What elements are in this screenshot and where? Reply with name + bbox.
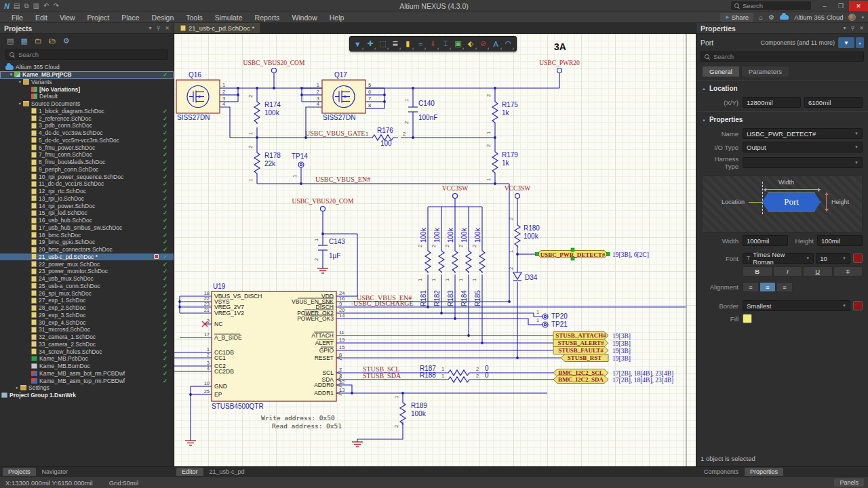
- wire[interactable]: [336, 313, 542, 317]
- panel-pin-icon[interactable]: ⚲: [850, 25, 854, 31]
- filter-scope-button[interactable]: ▼: [838, 37, 854, 48]
- pin-number[interactable]: 1: [313, 239, 319, 241]
- menu-project[interactable]: Project: [81, 14, 116, 22]
- resistor-r182[interactable]: [439, 249, 444, 273]
- value[interactable]: 1µF: [329, 252, 340, 260]
- y-field[interactable]: [804, 97, 863, 108]
- text-note[interactable]: Read address: 0x51: [272, 422, 342, 430]
- expand-icon[interactable]: ▾: [17, 101, 23, 106]
- designator[interactable]: R176: [377, 127, 393, 134]
- pin-number[interactable]: 2: [403, 131, 406, 137]
- pin-number[interactable]: 7: [339, 367, 342, 373]
- designator[interactable]: R184: [460, 290, 468, 306]
- wire[interactable]: [336, 319, 542, 325]
- place-part-icon[interactable]: ▮: [402, 38, 414, 50]
- value[interactable]: 100k: [460, 227, 468, 243]
- io-type-dropdown[interactable]: Output▼: [743, 142, 863, 152]
- designator[interactable]: R175: [502, 101, 518, 108]
- pin-number[interactable]: 1: [292, 175, 298, 178]
- designator[interactable]: R188: [420, 371, 436, 379]
- menu-edit[interactable]: Edit: [29, 14, 54, 22]
- pin-number[interactable]: 1: [403, 99, 410, 102]
- panel-dropdown-icon[interactable]: ▾: [843, 25, 846, 31]
- port-sheet-ref[interactable]: 19[3B]: [612, 355, 631, 362]
- port-name[interactable]: BMC_I2C2_SDA: [558, 376, 604, 383]
- testpoint-tp21[interactable]: [542, 322, 548, 327]
- tab-parameters[interactable]: Parameters: [741, 66, 789, 77]
- pin-number[interactable]: 2: [317, 89, 319, 95]
- menu-file[interactable]: File: [5, 14, 29, 22]
- designator[interactable]: R181: [420, 290, 427, 306]
- resistor-r178[interactable]: [254, 151, 260, 175]
- port-name[interactable]: STUSB_FAULT#: [558, 347, 604, 354]
- value[interactable]: 100k: [411, 410, 427, 418]
- place-power-port-icon[interactable]: ⇓: [427, 38, 439, 50]
- pin-name[interactable]: GND: [214, 383, 227, 390]
- tree-item[interactable]: ▾Kame_MB.PrjPCB✓: [0, 71, 174, 79]
- pin-number[interactable]: 1: [366, 131, 368, 137]
- fill-color-swatch[interactable]: [743, 314, 752, 323]
- tree-item[interactable]: 26_spi_mux.SchDoc✓: [0, 289, 174, 297]
- pin-number[interactable]: 2: [207, 352, 210, 358]
- resistor-r183[interactable]: [452, 249, 458, 273]
- pin-number[interactable]: 1: [471, 279, 477, 281]
- pin-number[interactable]: 1: [441, 373, 444, 379]
- value[interactable]: 100k: [474, 227, 481, 243]
- document-tab[interactable]: 21_usb-c_pd.SchDoc *: [174, 23, 261, 33]
- border-color-swatch[interactable]: [853, 301, 863, 310]
- save-project-icon[interactable]: ▤: [7, 37, 14, 45]
- tree-item[interactable]: 34_screw_holes.SchDoc✓: [0, 348, 174, 355]
- bottom-tab-properties[interactable]: Properties: [745, 468, 783, 476]
- pin-number[interactable]: 1: [248, 179, 254, 182]
- tree-item[interactable]: 23_power_monitor.SchDoc✓: [0, 268, 174, 275]
- power-port-name[interactable]: USBC_VBUS20_COM: [243, 60, 305, 66]
- net-label[interactable]: -USBC_DISCHARGE: [351, 300, 414, 307]
- capacitor-c140[interactable]: [408, 107, 418, 112]
- tree-item[interactable]: Kame_MB.BomDoc✓: [0, 363, 174, 370]
- pin-name[interactable]: ATTACH: [311, 332, 334, 339]
- tree-item[interactable]: 33_camera_2.SchDoc✓: [0, 341, 174, 348]
- value[interactable]: 22k: [264, 160, 276, 167]
- value[interactable]: 1k: [502, 109, 510, 117]
- font-style-underline-button[interactable]: U: [803, 266, 833, 277]
- pin-number[interactable]: 8: [368, 102, 371, 108]
- designator[interactable]: Q17: [334, 71, 347, 79]
- pin-number[interactable]: 1: [444, 279, 450, 281]
- tree-item[interactable]: 32_camera_1.SchDoc✓: [0, 333, 174, 341]
- menu-view[interactable]: View: [54, 14, 81, 22]
- folder-settings-icon[interactable]: 🗁: [49, 37, 56, 45]
- pin-number[interactable]: 23: [204, 301, 210, 307]
- place-wire-icon[interactable]: ≈: [414, 38, 426, 50]
- tree-item[interactable]: 13_rpi_io.SchDoc✓: [0, 195, 174, 203]
- pin-number[interactable]: 1: [431, 279, 437, 281]
- designator[interactable]: Q16: [189, 71, 201, 79]
- value[interactable]: 100k: [524, 232, 539, 240]
- add-folder-icon[interactable]: 🗀: [35, 37, 42, 45]
- schematic-canvas[interactable]: 3AUSBC_VBUS20_COMUSBC_PWR20USBC_VBUS20_C…: [174, 34, 696, 466]
- undo-icon[interactable]: ↶: [43, 3, 49, 9]
- pin-number[interactable]: 1: [536, 309, 539, 315]
- panel-dropdown-icon[interactable]: ▾: [149, 25, 151, 31]
- pin-number[interactable]: 1: [508, 250, 514, 253]
- tree-item[interactable]: 7_fmu_conn.SchDoc✓: [0, 151, 174, 159]
- move-icon[interactable]: ✚: [364, 38, 376, 50]
- designator[interactable]: D34: [525, 274, 538, 281]
- pin-number[interactable]: 1: [486, 131, 492, 134]
- resistor-r179[interactable]: [492, 150, 498, 174]
- tree-item[interactable]: 6_fmu_power.SchDoc✓: [0, 144, 174, 151]
- settings-gear-icon[interactable]: ⚙: [768, 14, 774, 21]
- pin-number[interactable]: 2: [508, 267, 514, 270]
- testpoint-tp20[interactable]: [542, 314, 548, 319]
- pin-name[interactable]: CC1: [214, 354, 226, 361]
- designator[interactable]: TP21: [551, 321, 568, 328]
- value[interactable]: 100k: [447, 227, 454, 243]
- open-icon[interactable]: ▥: [33, 3, 39, 9]
- pin-name[interactable]: ADDR0: [314, 382, 334, 388]
- tree-item[interactable]: 10_rpi_power_sequence.SchDoc✓: [0, 173, 174, 180]
- pin-number[interactable]: 25: [204, 388, 210, 394]
- global-search[interactable]: Search: [731, 1, 811, 10]
- value[interactable]: 100nF: [418, 114, 437, 121]
- value[interactable]: 100: [380, 140, 392, 147]
- tree-item[interactable]: 24_usb_mux.SchDoc✓: [0, 275, 174, 283]
- text-note[interactable]: Write address: 0x50: [261, 414, 335, 422]
